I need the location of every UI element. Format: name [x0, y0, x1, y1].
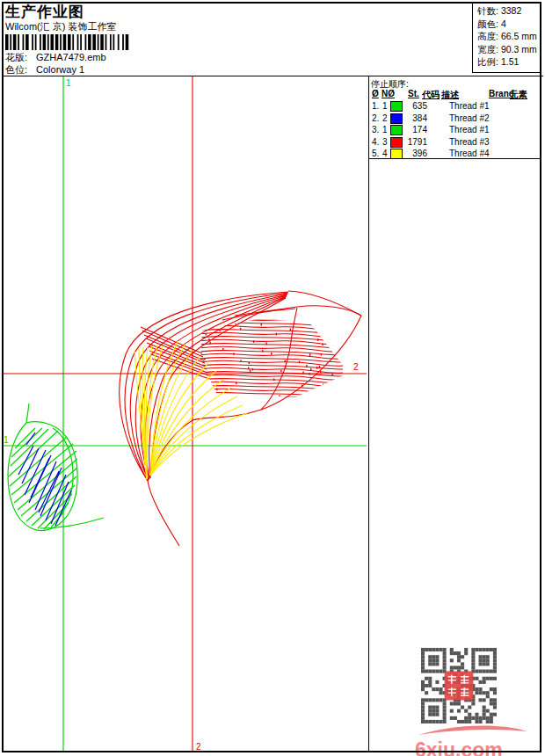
yellow-elements [134, 341, 247, 479]
watermark-text: 6xiu.com [415, 740, 534, 756]
needle-number: 2 [382, 113, 388, 123]
qr-center-seal [445, 672, 474, 701]
small-leaf-green-hatch [9, 428, 77, 529]
design-file-label: 花版: [5, 51, 33, 64]
width-line: 宽度:90.3 mm [477, 43, 541, 56]
guide-label-h1: 1 [4, 435, 9, 445]
red-elements [3, 76, 367, 752]
color-swatch [390, 149, 403, 159]
thread-row: 2.2384Thread #2 [371, 113, 541, 126]
thread-row: 5.4396Thread #4 [371, 149, 541, 161]
barcode [5, 34, 130, 50]
large-leaf-horn-fold [297, 306, 361, 316]
needle-number: 3 [382, 137, 388, 147]
guide-label-v2: 2 [196, 742, 201, 752]
color-swatch [390, 137, 403, 148]
thread-row-number: 3. [372, 125, 379, 134]
stop-sequence-panel: 停止顺序: Ø NØ St. 代码 描述 Brand 元素 1.1635Thre… [369, 76, 541, 159]
thread-row-number: 4. [372, 137, 379, 147]
stitch-count: 635 [403, 101, 427, 111]
color-swatch [390, 113, 403, 124]
design-info-panel: 针数:3382 颜色:4 高度:66.5 mm 宽度:90.3 mm 比例:1.… [472, 2, 541, 73]
drawing-area-right-border [368, 76, 369, 752]
thread-row: 4.31791Thread #3 [371, 137, 541, 149]
height-line: 高度:66.5 mm [477, 30, 541, 43]
thread-row-number: 1. [372, 101, 379, 111]
green-elements [3, 76, 367, 752]
guide-label-v1: 1 [66, 78, 71, 88]
needle-number: 1 [382, 101, 388, 111]
stitch-count: 384 [403, 113, 427, 123]
thread-rows: 1.1635Thread #12.2384Thread #23.1174Thre… [371, 101, 541, 161]
colorway-label: 色位: [5, 63, 33, 76]
needle-number: 1 [382, 125, 388, 134]
thread-row: 3.1174Thread #1 [371, 125, 541, 137]
thread-row-number: 2. [372, 113, 379, 123]
stitch-count: 1791 [403, 137, 427, 147]
guide-label-h2: 2 [353, 362, 359, 372]
stitch-count: 396 [403, 149, 427, 158]
thread-description: Thread #1 [449, 101, 490, 111]
stitch-count: 174 [403, 125, 427, 134]
needle-number: 4 [382, 149, 388, 158]
design-file-value: GZHA7479.emb [36, 52, 105, 62]
thread-description: Thread #4 [449, 149, 490, 158]
thread-row-number: 5. [372, 149, 379, 158]
stop-sequence-title: 停止顺序: [371, 78, 541, 89]
thread-row: 1.1635Thread #1 [371, 101, 541, 113]
stop-sequence-header: Ø NØ St. 代码 描述 Brand 元素 [371, 89, 541, 101]
color-swatch [390, 101, 403, 112]
company-name: Wilcom(汇 京) 装饰工作室 [5, 20, 117, 33]
color-count-line: 颜色:4 [477, 18, 541, 31]
barcode-svg [5, 34, 130, 50]
watermark: 6xiu.com [415, 723, 534, 756]
col-element: 元素 [510, 89, 527, 101]
scale-line: 比例:1.51 [477, 55, 541, 69]
col-desc: 描述 [441, 89, 459, 101]
col-st: St. [408, 89, 419, 98]
watermark-swoosh [415, 723, 531, 737]
thread-description: Thread #2 [449, 113, 490, 123]
page-title: 生产作业图 [5, 2, 84, 22]
col-code: 代码 [422, 89, 440, 101]
col-num: Ø [372, 89, 379, 98]
qr-code-svg [421, 648, 497, 723]
large-leaf-apex-to-horn [288, 291, 361, 316]
colorway-value: Colorway 1 [36, 64, 84, 75]
thread-description: Thread #1 [449, 125, 490, 134]
design-file-line: 花版: GZHA7479.emb [5, 51, 106, 64]
qr-code [421, 648, 497, 727]
thread-description: Thread #3 [449, 137, 490, 147]
colorway-line: 色位: Colorway 1 [5, 63, 84, 76]
color-swatch [390, 125, 403, 135]
large-leaf-stem [148, 481, 179, 546]
stitch-count-line: 针数:3382 [477, 4, 541, 18]
col-needle: NØ [382, 89, 395, 98]
large-leaf-right-outline [148, 316, 361, 481]
